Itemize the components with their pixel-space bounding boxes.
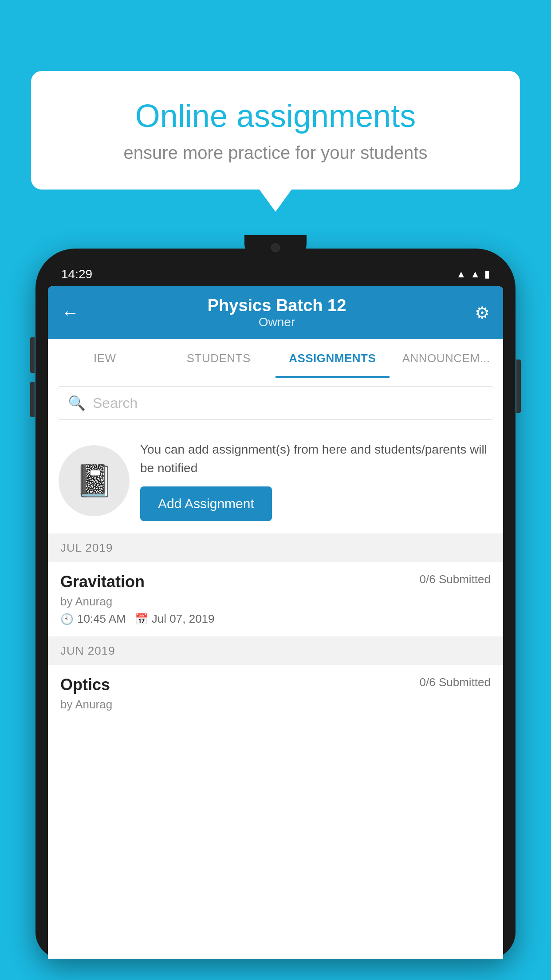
assignment-author: by Anurag [60,595,491,609]
search-bar-wrapper: 🔍 Search [48,378,503,428]
tabs-bar: IEW STUDENTS ASSIGNMENTS ANNOUNCEM... [48,339,503,378]
info-text: You can add assignment(s) from here and … [140,440,492,478]
assignment-item-gravitation[interactable]: Gravitation 0/6 Submitted by Anurag 🕙 10… [48,562,503,637]
search-input[interactable]: Search [93,395,138,411]
back-button[interactable]: ← [61,303,79,323]
search-bar[interactable]: 🔍 Search [57,386,494,420]
status-time: 14:29 [61,267,92,281]
phone-outer: 14:29 ▲ ▲ ▮ ← Physics Batch 12 Owner ⚙ [35,249,516,959]
tab-announcements[interactable]: ANNOUNCEM... [390,339,504,378]
volume-down-button [30,382,35,417]
tab-assignments[interactable]: ASSIGNMENTS [276,339,390,378]
bubble-subtitle: ensure more practice for your students [62,143,489,163]
month-header-jul: JUL 2019 [48,534,503,562]
info-right: You can add assignment(s) from here and … [140,440,492,521]
info-card: 📓 You can add assignment(s) from here an… [48,428,503,534]
assignment-datetime: 🕙 10:45 AM 📅 Jul 07, 2019 [60,612,491,626]
notebook-icon: 📓 [75,462,114,499]
assignment-top: Gravitation 0/6 Submitted [60,573,491,591]
power-button [516,360,521,413]
status-icons: ▲ ▲ ▮ [456,269,490,280]
speech-bubble: Online assignments ensure more practice … [31,71,520,190]
assignment-date: Jul 07, 2019 [152,612,215,626]
signal-icon: ▲ [470,269,480,280]
date-part: 📅 Jul 07, 2019 [135,612,215,626]
wifi-icon: ▲ [456,269,466,280]
app-header: ← Physics Batch 12 Owner ⚙ [48,286,503,339]
battery-icon: ▮ [484,269,490,280]
search-icon: 🔍 [68,395,86,411]
assignment-name-optics: Optics [60,676,110,694]
tab-students[interactable]: STUDENTS [162,339,276,378]
page-title: Physics Batch 12 [208,296,346,315]
camera-dot [271,243,280,252]
calendar-icon: 📅 [135,613,148,625]
time-part: 🕙 10:45 AM [60,612,126,626]
assignment-author-optics: by Anurag [60,698,491,711]
header-subtitle: Owner [208,315,346,329]
clock-icon: 🕙 [60,613,74,625]
volume-up-button [30,337,35,373]
speech-bubble-container: Online assignments ensure more practice … [31,71,520,190]
header-center: Physics Batch 12 Owner [208,296,346,329]
assignment-name: Gravitation [60,573,145,591]
assignment-top-optics: Optics 0/6 Submitted [60,676,491,694]
bubble-title: Online assignments [62,98,489,134]
notebook-circle: 📓 [59,445,130,516]
submitted-count: 0/6 Submitted [420,573,491,586]
settings-button[interactable]: ⚙ [475,303,490,323]
phone-notch [244,235,307,260]
phone-wrapper: 14:29 ▲ ▲ ▮ ← Physics Batch 12 Owner ⚙ [35,249,516,980]
assignment-time: 10:45 AM [77,612,126,626]
tab-iew[interactable]: IEW [48,339,162,378]
assignment-item-optics[interactable]: Optics 0/6 Submitted by Anurag [48,665,503,726]
status-bar: 14:29 ▲ ▲ ▮ [48,262,503,286]
phone-screen: ← Physics Batch 12 Owner ⚙ IEW STUDENTS … [48,286,503,959]
add-assignment-button[interactable]: Add Assignment [140,486,272,521]
submitted-count-optics: 0/6 Submitted [420,676,491,689]
month-header-jun: JUN 2019 [48,637,503,665]
